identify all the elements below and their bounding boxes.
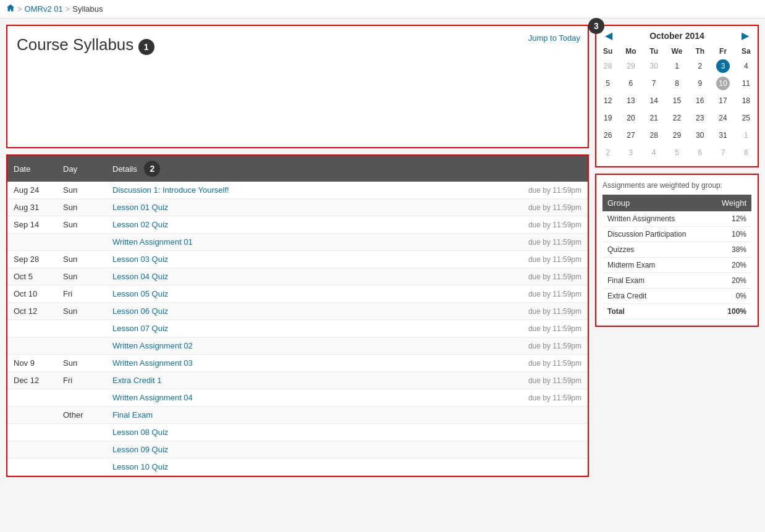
cal-day-num: 4 [647,146,661,159]
cal-cell[interactable]: 11 [735,75,758,92]
cal-cell[interactable]: 14 [643,92,666,109]
detail-link[interactable]: Written Assignment 04 [112,393,193,402]
cal-day-num: 31 [716,129,730,142]
cal-day-num: 23 [693,111,707,125]
cal-day-num: 27 [624,129,638,142]
weight-row: Extra Credit0% [602,289,751,304]
detail-link[interactable]: Lesson 03 Quiz [112,255,168,264]
detail-link[interactable]: Lesson 01 Quiz [112,203,168,212]
cal-day-header: Tu [643,45,666,57]
badge-1: 1 [138,39,154,55]
cell-date: Sep 28 [7,251,57,268]
detail-link[interactable]: Lesson 05 Quiz [112,289,168,298]
cal-cell[interactable]: 24 [711,109,734,127]
calendar-prev-button[interactable]: ◀ [602,30,615,41]
table-row: Oct 10FriLesson 05 Quizdue by 11:59pm [7,285,588,303]
table-row: Aug 24SunDiscussion 1: Introduce Yoursel… [7,182,588,199]
cell-details: Lesson 01 Quiz [106,199,425,216]
col-header-date: Date [7,156,57,182]
table-row: Sep 14SunLesson 02 Quizdue by 11:59pm [7,216,588,234]
breadcrumb-course-link[interactable]: OMRv2 01 [25,4,63,14]
cal-cell[interactable]: 17 [711,92,734,109]
cell-day [57,320,106,337]
weight-value-cell: 38% [709,242,751,258]
cal-cell[interactable]: 9 [688,75,711,92]
cal-cell[interactable]: 29 [666,127,688,144]
weight-group-cell: Written Assignments [602,211,709,227]
weight-table: Group Weight Written Assignments12%Discu… [602,195,751,319]
cal-cell[interactable]: 27 [619,127,642,144]
cal-cell[interactable]: 2 [688,57,711,75]
cell-details: Lesson 02 Quiz [106,216,425,234]
jump-to-today-link[interactable]: Jump to Today [528,33,580,43]
cal-cell[interactable]: 31 [711,127,734,144]
cal-cell[interactable]: 18 [735,92,758,109]
cell-date: Dec 12 [7,372,57,389]
cal-cell: 7 [711,144,734,161]
cal-cell[interactable]: 10 [711,75,734,92]
detail-link[interactable]: Lesson 07 Quiz [112,324,168,333]
detail-link[interactable]: Final Exam [112,410,153,420]
cal-cell[interactable]: 4 [735,57,758,75]
cal-cell[interactable]: 7 [643,75,666,92]
cal-cell[interactable]: 20 [619,109,642,127]
cell-day: Sun [57,355,106,372]
cal-cell[interactable]: 8 [666,75,688,92]
cell-day [57,337,106,355]
cal-day-header: Sa [735,45,758,57]
detail-link[interactable]: Lesson 02 Quiz [112,220,168,229]
cal-cell[interactable]: 13 [619,92,642,109]
cal-cell[interactable]: 30 [688,127,711,144]
cell-due: due by 11:59pm [425,372,588,389]
cal-cell[interactable]: 28 [643,127,666,144]
col-header-details: Details 2 [106,156,425,182]
weight-intro: Assignments are weighted by group: [602,181,751,190]
cell-due: due by 11:59pm [425,320,588,337]
cal-cell: 2 [596,144,619,161]
cal-cell: 5 [666,144,688,161]
detail-link[interactable]: Lesson 08 Quiz [112,428,168,437]
cell-date [7,389,57,407]
cal-cell[interactable]: 19 [596,109,619,127]
cal-cell[interactable]: 5 [596,75,619,92]
detail-link[interactable]: Written Assignment 01 [112,237,193,247]
cal-cell[interactable]: 15 [666,92,688,109]
cal-cell[interactable]: 26 [596,127,619,144]
cell-date [7,424,57,441]
cal-day-num: 15 [670,94,683,108]
cal-cell[interactable]: 12 [596,92,619,109]
cal-cell[interactable]: 3 [711,57,734,75]
detail-link[interactable]: Written Assignment 03 [112,358,193,368]
detail-link[interactable]: Lesson 10 Quiz [112,462,168,471]
cal-cell[interactable]: 1 [666,57,688,75]
cal-cell[interactable]: 22 [666,109,688,127]
detail-link[interactable]: Lesson 06 Quiz [112,306,168,316]
cal-cell: 28 [596,57,619,75]
cal-cell[interactable]: 25 [735,109,758,127]
cell-details: Final Exam [106,407,425,424]
detail-link[interactable]: Written Assignment 02 [112,341,193,350]
cell-due: due by 11:59pm [425,234,588,251]
weight-section: Assignments are weighted by group: Group… [595,174,759,327]
cal-cell[interactable]: 6 [619,75,642,92]
cal-cell[interactable]: 21 [643,109,666,127]
cell-date: Oct 12 [7,303,57,320]
calendar-next-button[interactable]: ▶ [739,30,751,41]
cal-cell: 3 [619,144,642,161]
cell-details: Discussion 1: Introduce Yourself! [106,182,425,199]
detail-link[interactable]: Lesson 04 Quiz [112,272,168,281]
detail-link[interactable]: Discussion 1: Introduce Yourself! [112,185,229,195]
cal-cell[interactable]: 16 [688,92,711,109]
cal-day-num: 17 [716,94,730,108]
cal-cell[interactable]: 23 [688,109,711,127]
col-header-day: Day [57,156,106,182]
detail-link[interactable]: Extra Credit 1 [112,376,161,385]
cell-details: Written Assignment 03 [106,355,425,372]
badge-2: 2 [144,161,160,177]
table-row: Oct 12SunLesson 06 Quizdue by 11:59pm [7,303,588,320]
cal-day-header: Th [688,45,711,57]
cell-date: Oct 10 [7,285,57,303]
weight-row: Written Assignments12% [602,211,751,227]
cal-day-num: 2 [693,59,707,73]
detail-link[interactable]: Lesson 09 Quiz [112,445,168,454]
